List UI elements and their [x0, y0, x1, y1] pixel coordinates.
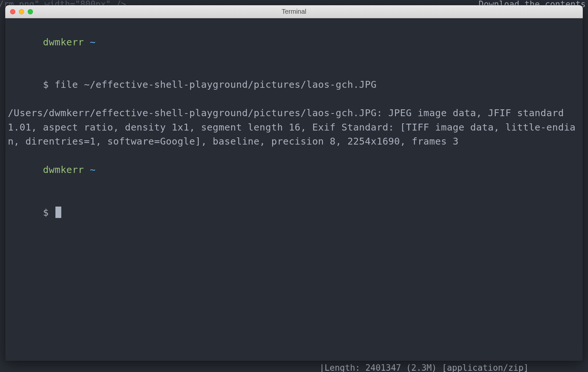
prompt-user: dwmkerr — [43, 37, 84, 48]
prompt-symbol: $ — [43, 79, 49, 90]
terminal-content[interactable]: dwmkerr ~ $ file ~/effective-shell-playg… — [5, 18, 583, 237]
close-button[interactable] — [10, 9, 15, 14]
command-output: /Users/dwmkerr/effective-shell-playgroun… — [8, 106, 580, 149]
prompt-path: ~ — [90, 164, 96, 175]
cursor — [55, 207, 61, 218]
window-title-bar[interactable]: Terminal — [5, 5, 583, 18]
background-code-fragment: |Length: 2401347 (2.3M) [application/zip… — [319, 363, 529, 372]
command-line: $ file ~/effective-shell-playground/pict… — [8, 64, 580, 106]
prompt-user: dwmkerr — [43, 164, 84, 175]
prompt-symbol: $ — [43, 207, 49, 218]
prompt-path: ~ — [90, 37, 96, 48]
terminal-window: Terminal dwmkerr ~ $ file ~/effective-sh… — [5, 5, 583, 361]
command-text: file ~/effective-shell-playground/pictur… — [55, 79, 377, 90]
maximize-button[interactable] — [28, 9, 33, 14]
traffic-lights — [5, 9, 33, 14]
prompt-line: dwmkerr ~ — [8, 149, 580, 192]
prompt-line: dwmkerr ~ — [8, 21, 580, 64]
window-title: Terminal — [282, 8, 306, 15]
minimize-button[interactable] — [19, 9, 24, 14]
prompt-line-cursor: $ — [8, 191, 580, 234]
